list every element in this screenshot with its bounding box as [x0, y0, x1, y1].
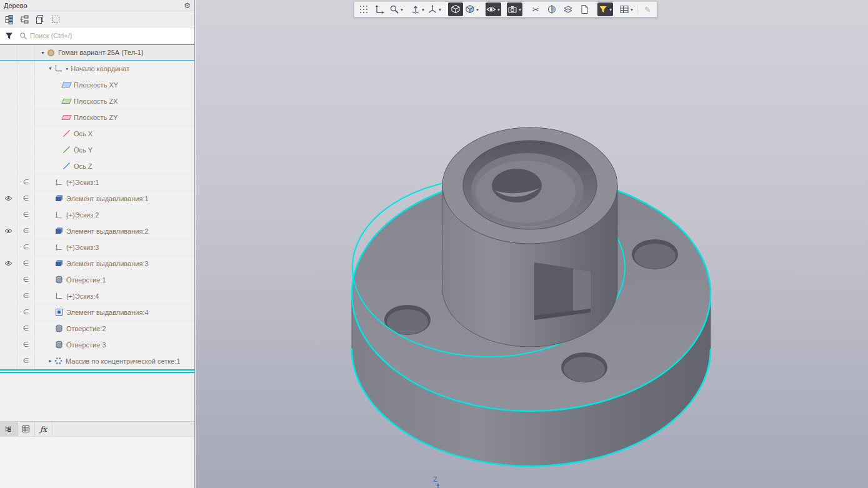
visibility-cell[interactable] — [0, 207, 17, 223]
section-button[interactable] — [544, 2, 559, 16]
properties-button[interactable]: ▾ — [619, 2, 634, 16]
tree-row-axis-z[interactable]: Ось Z — [0, 158, 194, 174]
tree-row-part[interactable]: ▾ Гоман вариант 25А (Тел-1) — [0, 44, 194, 61]
tab-parameters[interactable] — [17, 422, 35, 436]
tree-row-extrude-3[interactable]: ∈ Элемент выдавливания:3 — [0, 256, 194, 272]
tree-row-axis-x[interactable]: Ось X — [0, 126, 194, 142]
expand-arrow[interactable]: ▾ — [39, 50, 47, 56]
copy-tree-icon[interactable] — [32, 12, 47, 26]
local-csys-button[interactable] — [372, 2, 387, 16]
tree-row-hole-1[interactable]: ∈ Отверстие:1 — [0, 272, 194, 288]
placement-button[interactable]: ▾ — [427, 2, 442, 16]
visibility-cell[interactable] — [0, 304, 17, 321]
panel-toolbar — [0, 11, 194, 27]
visibility-cell[interactable] — [0, 239, 17, 256]
extrude-cut-icon — [55, 308, 63, 316]
area-select-icon[interactable] — [48, 12, 63, 26]
capture-button[interactable]: ▾ — [507, 2, 522, 16]
tree-row-axis-y[interactable]: Ось Y — [0, 142, 194, 158]
chevron-down-icon: ▾ — [439, 7, 441, 12]
extrude-icon — [55, 194, 63, 202]
tree-row-concentric-pattern[interactable]: ∈ ▸ Массив по концентрической сетке:1 — [0, 353, 194, 369]
tree-item-label: (+)Эскиз:3 — [66, 244, 99, 251]
viewport-3d[interactable]: Z — [196, 0, 868, 488]
search-input[interactable] — [29, 31, 194, 40]
tab-tree[interactable] — [0, 422, 17, 436]
expand-arrow[interactable]: ▾ — [46, 66, 54, 71]
chevron-down-icon: ▾ — [497, 7, 500, 12]
display-mode-button[interactable]: ▾ — [464, 2, 480, 16]
scissors-icon: ✂ — [532, 6, 539, 14]
orientation-button[interactable]: ▾ — [410, 2, 426, 16]
panel-footer — [0, 436, 194, 488]
hole-icon — [55, 276, 63, 284]
tree-row-plane-zy[interactable]: Плоскость ZY — [0, 109, 194, 126]
body-membership-symbol: ∈ — [17, 288, 35, 304]
tree-row-extrude-1[interactable]: ∈ Элемент выдавливания:1 — [0, 191, 194, 207]
inner-hole — [492, 169, 542, 202]
visibility-cell[interactable] — [0, 353, 17, 369]
visibility-cell[interactable] — [0, 337, 17, 353]
tree-row-plane-zx[interactable]: Плоскость ZX — [0, 93, 194, 109]
visibility-cell[interactable] — [0, 142, 17, 158]
filter-funnel-icon[interactable] — [0, 32, 17, 40]
zoom-button[interactable]: ▾ — [389, 2, 404, 16]
visibility-cell[interactable] — [0, 93, 17, 109]
visibility-cell[interactable] — [0, 77, 17, 93]
visibility-cell[interactable] — [0, 45, 17, 60]
settings-gear-icon[interactable]: ⚙ — [184, 1, 191, 10]
tree-row-sketch-2[interactable]: ∈ (+)Эскиз:2 — [0, 207, 194, 223]
tree-item-label: Элемент выдавливания:2 — [66, 227, 149, 235]
snap-grid-button[interactable] — [356, 2, 371, 16]
model-part[interactable] — [196, 0, 868, 488]
view-cube-button[interactable] — [448, 2, 463, 16]
flange-hole-right[interactable] — [632, 239, 678, 269]
concentric-pattern-icon — [54, 357, 62, 365]
visibility-cell[interactable] — [0, 126, 17, 142]
tree-row-plane-xy[interactable]: Плоскость XY — [0, 77, 194, 93]
body-membership-symbol: ∈ — [17, 239, 35, 256]
tree-item-label: Ось Z — [74, 162, 92, 170]
zones-button[interactable] — [561, 2, 576, 16]
bore[interactable] — [463, 141, 597, 229]
tab-fx[interactable]: ƒx — [35, 422, 52, 436]
visibility-cell[interactable] — [0, 272, 17, 288]
visibility-cell[interactable] — [0, 61, 17, 77]
tree-row-sketch-3[interactable]: ∈ (+)Эскиз:3 — [0, 239, 194, 256]
tree-item-label: Элемент выдавливания:4 — [66, 309, 149, 316]
flange-hole-front[interactable] — [561, 352, 607, 382]
body-cell — [17, 77, 35, 93]
tree-row-sketch-4[interactable]: ∈ (+)Эскиз:4 — [0, 288, 194, 304]
visibility-cell[interactable] — [0, 288, 17, 304]
expand-arrow[interactable]: ▸ — [46, 358, 54, 364]
clip-button[interactable]: ✂ — [528, 2, 543, 16]
tree-row-hole-2[interactable]: ∈ Отверстие:2 — [0, 321, 194, 337]
visibility-cell[interactable] — [0, 158, 17, 174]
side-slot[interactable] — [534, 262, 591, 320]
tree-row-hole-3[interactable]: ∈ Отверстие:3 — [0, 337, 194, 353]
visibility-cell[interactable] — [0, 174, 17, 191]
body-cell — [17, 93, 35, 109]
model-structure-icon[interactable] — [1, 12, 16, 26]
visibility-eye-icon[interactable] — [0, 223, 17, 239]
edit-pencil-button[interactable]: ✎ — [640, 2, 655, 16]
tree-row-extrude-4[interactable]: ∈ Элемент выдавливания:4 — [0, 304, 194, 321]
tree-order-icon[interactable] — [17, 12, 32, 26]
tree-panel: Дерево ⚙ ▾ — [0, 0, 195, 488]
hide-objects-button[interactable]: ▾ — [486, 2, 501, 16]
filter-button[interactable]: ▾ — [597, 2, 613, 16]
tree-item-label: Отверстие:3 — [66, 341, 106, 349]
visibility-cell[interactable] — [0, 321, 17, 337]
body-cell — [17, 45, 35, 60]
visibility-cell[interactable] — [0, 109, 17, 126]
body-cell — [17, 158, 35, 174]
tree-row-origin[interactable]: ▾ ● Начало координат — [0, 61, 194, 77]
visibility-eye-icon[interactable] — [0, 256, 17, 272]
visibility-eye-icon[interactable] — [0, 191, 17, 207]
sheet-button[interactable] — [577, 2, 592, 16]
tree-item-label: Ось X — [74, 130, 92, 137]
body-cell — [17, 142, 35, 158]
axis-x-icon — [62, 129, 71, 137]
tree-row-sketch-1[interactable]: ∈ (+)Эскиз:1 — [0, 174, 194, 191]
tree-row-extrude-2[interactable]: ∈ Элемент выдавливания:2 — [0, 223, 194, 239]
